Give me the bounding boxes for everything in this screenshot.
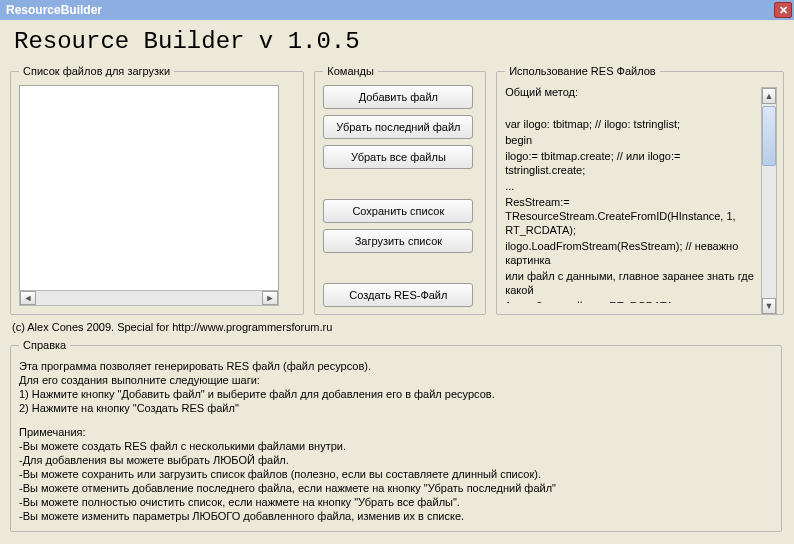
load-list-button[interactable]: Загрузить список	[323, 229, 473, 253]
usage-line: ...	[505, 179, 759, 193]
usage-text: Общий метод: var ilogo: tbitmap; // ilog…	[505, 85, 759, 303]
help-line: Для его создания выполните следующие шаг…	[19, 373, 773, 387]
close-icon: ✕	[779, 4, 788, 17]
help-note-line: -Вы можете отменить добавление последнег…	[19, 481, 773, 495]
remove-all-button[interactable]: Убрать все файлы	[323, 145, 473, 169]
usage-line	[505, 101, 759, 115]
scroll-left-icon[interactable]: ◄	[20, 291, 36, 305]
save-list-button[interactable]: Сохранить список	[323, 199, 473, 223]
help-line: 2) Нажмите на кнопку "Создать RES файл"	[19, 401, 773, 415]
help-note-line: -Вы можете создать RES файл с нескольким…	[19, 439, 773, 453]
help-note-line: -Для добавления вы можете выбрать ЛЮБОЙ …	[19, 453, 773, 467]
commands-group: Команды Добавить файл Убрать последний ф…	[314, 65, 486, 315]
usage-line: ResStream:= TResourceStream.CreateFromID…	[505, 195, 759, 237]
help-group: Справка Эта программа позволяет генериро…	[10, 339, 782, 532]
usage-line: var ilogo: tbitmap; // ilogo: tstringlis…	[505, 117, 759, 131]
usage-group: Использование RES Файлов Общий метод: va…	[496, 65, 784, 315]
files-h-scrollbar[interactable]: ◄ ►	[19, 290, 279, 306]
scroll-right-icon[interactable]: ►	[262, 291, 278, 305]
help-notes-title: Примечания:	[19, 425, 773, 439]
help-note-line: -Вы можете изменить параметры ЛЮБОГО доб…	[19, 509, 773, 523]
scroll-down-icon[interactable]: ▼	[762, 298, 776, 314]
help-note-line: -Вы можете полностью очистить список, ес…	[19, 495, 773, 509]
usage-line: Общий метод:	[505, 85, 759, 99]
usage-legend: Использование RES Файлов	[505, 65, 659, 77]
files-listbox[interactable]	[19, 85, 279, 295]
help-line: Эта программа позволяет генерировать RES…	[19, 359, 773, 373]
files-group: Список файлов для загрузки ◄ ►	[10, 65, 304, 315]
remove-last-button[interactable]: Убрать последний файл	[323, 115, 473, 139]
window-titlebar: ResourceBuilder ✕	[0, 0, 794, 20]
commands-legend: Команды	[323, 65, 378, 77]
close-button[interactable]: ✕	[774, 2, 792, 18]
add-file-button[interactable]: Добавить файл	[323, 85, 473, 109]
usage-line: 1 или 2 и какой тип, RT_RCDATA	[505, 299, 759, 303]
copyright-text: (c) Alex Cones 2009. Special for http://…	[12, 321, 784, 333]
app-title: Resource Builder v 1.0.5	[14, 28, 784, 55]
usage-line: ilogo:= tbitmap.create; // или ilogo:= t…	[505, 149, 759, 177]
files-legend: Список файлов для загрузки	[19, 65, 174, 77]
usage-line: ilogo.LoadFromStream(ResStream); // нева…	[505, 239, 759, 267]
usage-v-scrollbar[interactable]: ▲ ▼	[761, 87, 777, 315]
help-text: Эта программа позволяет генерировать RES…	[19, 359, 773, 523]
scrollbar-thumb[interactable]	[762, 106, 776, 166]
help-line: 1) Нажмите кнопку "Добавить файл" и выбе…	[19, 387, 773, 401]
scroll-up-icon[interactable]: ▲	[762, 88, 776, 104]
usage-line: или файл с данными, главное заранее знат…	[505, 269, 759, 297]
help-legend: Справка	[19, 339, 70, 351]
help-note-line: -Вы можете сохранить или загрузить списо…	[19, 467, 773, 481]
create-res-button[interactable]: Создать RES-Файл	[323, 283, 473, 307]
usage-line: begin	[505, 133, 759, 147]
window-title: ResourceBuilder	[6, 3, 102, 17]
